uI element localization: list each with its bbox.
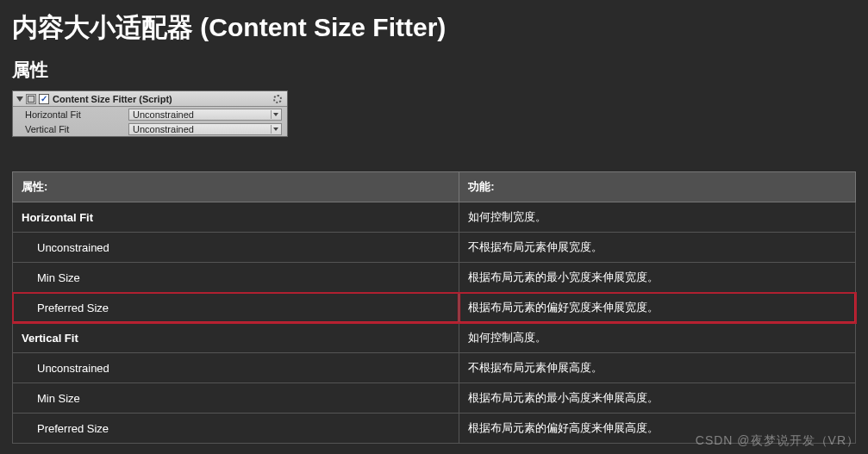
field-label-vertical-fit: Vertical Fit xyxy=(25,124,128,134)
component-icon xyxy=(26,94,36,104)
cell-property: Horizontal Fit xyxy=(13,202,459,233)
inspector-row: Vertical Fit Unconstrained xyxy=(13,121,287,136)
cell-property: Vertical Fit xyxy=(13,323,459,353)
section-heading-properties: 属性 xyxy=(12,58,856,82)
properties-table: 属性: 功能: Horizontal Fit如何控制宽度。Unconstrain… xyxy=(12,171,856,444)
table-header-property: 属性: xyxy=(13,172,459,202)
watermark: CSDN @夜梦说开发（VR） xyxy=(696,433,859,449)
gear-icon[interactable] xyxy=(272,93,284,105)
table-row: Unconstrained不根据布局元素伸展宽度。 xyxy=(13,233,856,263)
cell-property: Unconstrained xyxy=(13,353,459,383)
foldout-triangle-icon[interactable] xyxy=(16,96,23,102)
cell-function: 不根据布局元素伸展宽度。 xyxy=(459,233,856,263)
inspector-row: Horizontal Fit Unconstrained xyxy=(13,107,287,121)
cell-property: Preferred Size xyxy=(13,414,459,444)
dropdown-vertical-fit[interactable]: Unconstrained xyxy=(128,123,282,135)
enable-checkbox[interactable]: ✓ xyxy=(39,94,49,104)
table-row: Vertical Fit如何控制高度。 xyxy=(13,323,856,353)
table-row: Min Size根据布局元素的最小高度来伸展高度。 xyxy=(13,383,856,414)
cell-function: 如何控制高度。 xyxy=(459,323,856,353)
dropdown-horizontal-fit[interactable]: Unconstrained xyxy=(128,109,282,121)
cell-property: Min Size xyxy=(13,383,459,414)
cell-function: 根据布局元素的最小宽度来伸展宽度。 xyxy=(459,263,856,293)
cell-function: 根据布局元素的偏好宽度来伸展宽度。 xyxy=(459,293,856,323)
cell-property: Preferred Size xyxy=(13,293,459,323)
inspector-header: ✓ Content Size Fitter (Script) xyxy=(13,91,287,107)
cell-function: 如何控制宽度。 xyxy=(459,202,856,233)
field-label-horizontal-fit: Horizontal Fit xyxy=(25,109,128,120)
page-title: 内容大小适配器 (Content Size Fitter) xyxy=(12,10,856,46)
cell-function: 根据布局元素的最小高度来伸展高度。 xyxy=(459,383,856,414)
cell-function: 不根据布局元素伸展高度。 xyxy=(459,353,856,383)
cell-property: Min Size xyxy=(13,263,459,293)
table-row: Min Size根据布局元素的最小宽度来伸展宽度。 xyxy=(13,263,856,293)
cell-property: Unconstrained xyxy=(13,233,459,263)
table-row: Horizontal Fit如何控制宽度。 xyxy=(13,202,856,233)
table-row: Preferred Size根据布局元素的偏好宽度来伸展宽度。 xyxy=(13,293,856,323)
table-row: Unconstrained不根据布局元素伸展高度。 xyxy=(13,353,856,383)
inspector-panel: ✓ Content Size Fitter (Script) Horizonta… xyxy=(12,90,288,137)
component-title: Content Size Fitter (Script) xyxy=(53,94,272,104)
table-header-function: 功能: xyxy=(459,172,856,202)
